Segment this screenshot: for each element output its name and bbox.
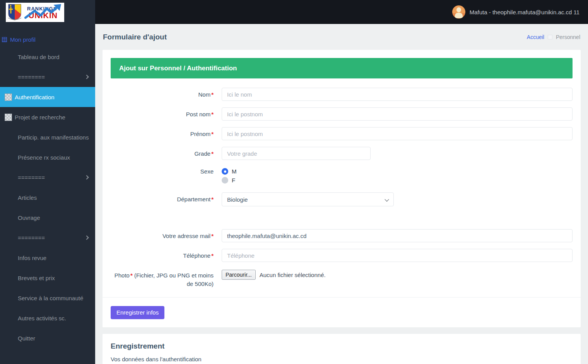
- breadcrumb-home-link[interactable]: Accueil: [527, 34, 544, 40]
- form-area: Nom* Post nom* Prénom* Grade*: [111, 78, 573, 288]
- sidebar-item-collapse-1[interactable]: ========: [0, 67, 95, 87]
- form-row-grade: Grade*: [111, 147, 573, 160]
- chevron-right-icon: [84, 235, 89, 240]
- card-footer: Enregistrer infos: [111, 298, 573, 327]
- user-avatar[interactable]: [452, 5, 465, 19]
- prenom-label-text: Prénom: [190, 131, 211, 137]
- sidebar-item-service-a-la-communaute[interactable]: Service à la communauté: [0, 288, 95, 308]
- main-column: Mafuta - theophile.mafuta@unikin.ac.cd 1…: [95, 0, 588, 364]
- sidebar-item-label: Projet de recherche: [15, 114, 65, 121]
- required-asterisk: *: [211, 196, 214, 202]
- breadcrumb: Accueil Personnel: [527, 34, 580, 40]
- form-row-departement: Département* Biologie: [111, 192, 573, 206]
- missing-glyph-icon: [2, 37, 7, 42]
- sidebar-item-label: ========: [18, 174, 45, 181]
- sidebar-item-label: Autres activités sc.: [18, 315, 66, 321]
- sexe-option-m[interactable]: M: [222, 168, 573, 175]
- sidebar-item-label: Articles: [18, 194, 37, 201]
- sidebar-item-infos-revue[interactable]: Infos revue: [0, 248, 95, 268]
- page-title: Formulaire d'ajout: [103, 33, 167, 41]
- departement-label: Département*: [111, 192, 214, 204]
- page-head: Formulaire d'ajout Accueil Personnel: [95, 24, 588, 50]
- sidebar-item-label: Brevets et prix: [18, 275, 55, 281]
- telephone-label: Téléphone*: [111, 249, 214, 260]
- form-row-email: Votre adresse mail*: [111, 229, 573, 242]
- sexe-option-m-label: M: [232, 168, 237, 175]
- nom-label-text: Nom: [198, 91, 210, 98]
- required-asterisk: *: [211, 150, 214, 157]
- content: Ajout sur Personnel / Authentification N…: [95, 50, 588, 364]
- postnom-label-text: Post nom: [186, 111, 210, 117]
- photo-label: Photo* (Fichier, JPG ou PNG et moins de …: [111, 269, 214, 288]
- radio-unselected-icon[interactable]: [222, 177, 228, 184]
- unikin-crest-icon: [7, 4, 22, 21]
- unikin-logo[interactable]: RANKINGS UNIKIN: [6, 3, 64, 22]
- sidebar-item-tableau-de-bord[interactable]: Tableau de bord: [0, 47, 95, 67]
- form-row-prenom: Prénom*: [111, 127, 573, 140]
- required-asterisk: *: [211, 91, 214, 98]
- sidebar-item-collapse-2[interactable]: ========: [0, 167, 95, 187]
- chevron-right-icon: [84, 75, 89, 79]
- sidebar-item-label: Infos revue: [18, 255, 46, 261]
- departement-select[interactable]: Biologie: [222, 192, 394, 206]
- required-asterisk: *: [211, 252, 214, 259]
- postnom-input[interactable]: [222, 107, 573, 121]
- photo-label-text: Photo: [115, 272, 130, 279]
- sidebar-item-label: Quitter: [18, 335, 35, 342]
- form-row-photo: Photo* (Fichier, JPG ou PNG et moins de …: [111, 269, 573, 288]
- departement-select-wrap: Biologie: [222, 192, 394, 206]
- radio-selected-icon[interactable]: [222, 168, 228, 175]
- logo-trend-arrow-icon: [23, 4, 63, 21]
- sidebar-item-presence-rx-sociaux[interactable]: Présence rx sociaux: [0, 147, 95, 167]
- sidebar-item-projet-de-recherche[interactable]: Projet de recherche: [0, 107, 95, 127]
- photo-note-text: (Fichier, JPG ou PNG et moins de 500Ko): [134, 272, 214, 287]
- records-title: Enregistrement: [111, 342, 573, 350]
- email-label: Votre adresse mail*: [111, 229, 214, 240]
- save-button[interactable]: Enregistrer infos: [111, 306, 164, 319]
- sidebar-item-particip-aux-manifestations[interactable]: Particip. aux manifestations: [0, 127, 95, 147]
- sidebar-item-autres-activites-sc[interactable]: Autres activités sc.: [0, 308, 95, 328]
- sidebar-item-brevets-et-prix[interactable]: Brevets et prix: [0, 268, 95, 288]
- email-label-text: Votre adresse mail: [162, 233, 210, 239]
- sexe-option-f[interactable]: F: [222, 177, 573, 184]
- avatar-head-shape: [456, 7, 461, 12]
- form-row-sexe: Sexe M F: [111, 167, 573, 186]
- grade-label: Grade*: [111, 147, 214, 158]
- sidebar-item-articles[interactable]: Articles: [0, 187, 95, 208]
- nom-input[interactable]: [222, 88, 573, 101]
- postnom-label: Post nom*: [111, 107, 214, 119]
- grade-label-text: Grade: [194, 150, 210, 157]
- sidebar-item-label: Mon profil: [10, 36, 36, 43]
- sidebar-item-label: Particip. aux manifestations: [18, 134, 89, 141]
- topbar-user-label[interactable]: Mafuta - theophile.mafuta@unikin.ac.cd 1…: [470, 9, 579, 15]
- sidebar-item-label: Ouvrage: [18, 214, 40, 221]
- sidebar: RANKINGS UNIKIN Mon profilTableau de bor…: [0, 0, 95, 364]
- required-asterisk: *: [211, 131, 214, 137]
- required-asterisk: *: [211, 233, 214, 239]
- sexe-radio-group: M F: [222, 167, 573, 186]
- avatar-torso-shape: [455, 13, 463, 18]
- browse-button[interactable]: Parcourir...: [222, 270, 256, 280]
- breadcrumb-current: Personnel: [556, 34, 580, 40]
- sexe-label: Sexe: [111, 167, 214, 176]
- photo-file-input: Parcourir... Aucun fichier sélectionné.: [222, 269, 573, 280]
- sexe-option-f-label: F: [232, 177, 235, 184]
- sidebar-item-quitter[interactable]: Quitter: [0, 328, 95, 348]
- sidebar-item-mon-profil[interactable]: Mon profil: [0, 32, 95, 47]
- breadcrumb-separator-icon: [548, 35, 552, 39]
- records-subtitle: Vos données dans l'authentification: [111, 356, 573, 362]
- telephone-input[interactable]: [222, 249, 573, 262]
- logo-text: RANKINGS UNIKIN: [23, 4, 63, 21]
- sidebar-item-ouvrage[interactable]: Ouvrage: [0, 208, 95, 228]
- grade-input[interactable]: [222, 147, 371, 160]
- required-asterisk: *: [211, 111, 214, 117]
- sidebar-item-authentification[interactable]: Authentification: [0, 87, 95, 107]
- prenom-label: Prénom*: [111, 127, 214, 138]
- sidebar-nav: Mon profilTableau de bord========Authent…: [0, 32, 95, 348]
- prenom-input[interactable]: [222, 127, 573, 140]
- sidebar-item-label: ========: [18, 235, 45, 241]
- sidebar-item-collapse-3[interactable]: ========: [0, 228, 95, 248]
- email-input[interactable]: [222, 229, 573, 242]
- chevron-right-icon: [84, 175, 89, 179]
- departement-label-text: Département: [177, 196, 210, 202]
